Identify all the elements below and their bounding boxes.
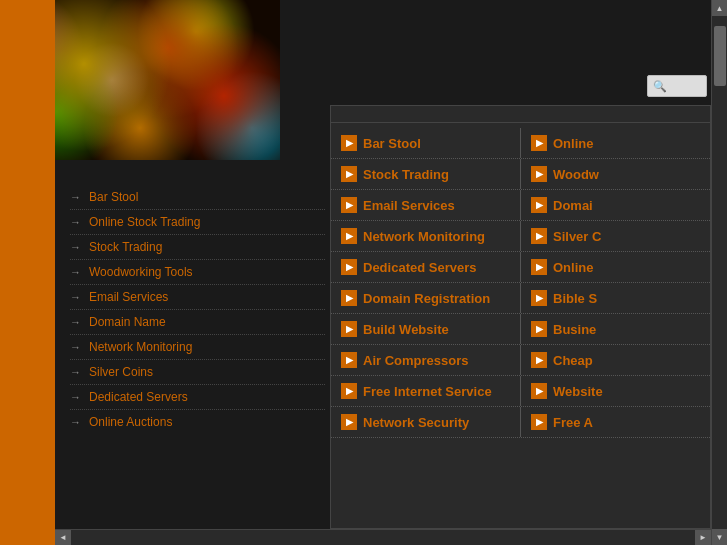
cell-arrow-icon: ▶ <box>531 166 547 182</box>
panel-cell-right-8[interactable]: ▶Website <box>521 376 710 406</box>
panel-cell-left-1[interactable]: ▶Stock Trading <box>331 159 521 189</box>
arrow-icon: → <box>70 266 81 278</box>
left-search-item-silver-coins[interactable]: →Silver Coins <box>70 360 325 385</box>
cell-arrow-icon: ▶ <box>341 135 357 151</box>
panel-cell-left-6[interactable]: ▶Build Website <box>331 314 521 344</box>
arrow-icon: → <box>70 191 81 203</box>
panel-cell-right-4[interactable]: ▶Online <box>521 252 710 282</box>
panel-cell-left-5[interactable]: ▶Domain Registration <box>331 283 521 313</box>
bottom-scrollbar: ◄ ► <box>55 529 711 545</box>
cell-arrow-icon: ▶ <box>341 259 357 275</box>
panel-cell-right-7[interactable]: ▶Cheap <box>521 345 710 375</box>
panel-cell-right-6[interactable]: ▶Busine <box>521 314 710 344</box>
left-search-item-dedicated-servers[interactable]: →Dedicated Servers <box>70 385 325 410</box>
cell-arrow-icon: ▶ <box>531 228 547 244</box>
cell-arrow-icon: ▶ <box>341 166 357 182</box>
panel-cell-left-2[interactable]: ▶Email Services <box>331 190 521 220</box>
left-items-list: →Bar Stool→Online Stock Trading→Stock Tr… <box>70 185 325 434</box>
left-search-item-email-services[interactable]: →Email Services <box>70 285 325 310</box>
panel-row-4: ▶Dedicated Servers▶Online <box>331 252 710 283</box>
item-label: Online Stock Trading <box>89 215 200 229</box>
panel-cell-left-9[interactable]: ▶Network Security <box>331 407 521 437</box>
left-search-item-online-stock-trading[interactable]: →Online Stock Trading <box>70 210 325 235</box>
panel-row-6: ▶Build Website▶Busine <box>331 314 710 345</box>
cell-label: Network Security <box>363 415 469 430</box>
scroll-up-arrow[interactable]: ▲ <box>712 0 728 16</box>
scroll-down-arrow[interactable]: ▼ <box>712 529 728 545</box>
panel-row-7: ▶Air Compressors▶Cheap <box>331 345 710 376</box>
left-search-item-stock-trading[interactable]: →Stock Trading <box>70 235 325 260</box>
cell-arrow-icon: ▶ <box>531 135 547 151</box>
cell-arrow-icon: ▶ <box>531 414 547 430</box>
cell-arrow-icon: ▶ <box>531 197 547 213</box>
scrollbar-thumb[interactable] <box>714 26 726 86</box>
panel-cell-right-2[interactable]: ▶Domai <box>521 190 710 220</box>
item-label: Stock Trading <box>89 240 162 254</box>
cell-label: Busine <box>553 322 596 337</box>
cell-arrow-icon: ▶ <box>341 197 357 213</box>
cell-label: Online <box>553 136 593 151</box>
panel-row-1: ▶Stock Trading▶Woodw <box>331 159 710 190</box>
cell-arrow-icon: ▶ <box>531 383 547 399</box>
panel-cell-right-3[interactable]: ▶Silver C <box>521 221 710 251</box>
right-panel-header <box>331 106 710 123</box>
left-search-item-woodworking-tools[interactable]: →Woodworking Tools <box>70 260 325 285</box>
panel-cell-left-3[interactable]: ▶Network Monitoring <box>331 221 521 251</box>
cell-label: Silver C <box>553 229 601 244</box>
arrow-icon: → <box>70 391 81 403</box>
panel-row-3: ▶Network Monitoring▶Silver C <box>331 221 710 252</box>
cell-arrow-icon: ▶ <box>341 321 357 337</box>
cell-label: Online <box>553 260 593 275</box>
arrow-icon: → <box>70 341 81 353</box>
scroll-right-arrow[interactable]: ► <box>695 530 711 546</box>
item-label: Woodworking Tools <box>89 265 193 279</box>
cell-label: Domai <box>553 198 593 213</box>
cell-label: Stock Trading <box>363 167 449 182</box>
panel-row-8: ▶Free Internet Service▶Website <box>331 376 710 407</box>
scrollbar-track[interactable] <box>713 16 727 529</box>
cell-label: Bar Stool <box>363 136 421 151</box>
left-search-item-bar-stool[interactable]: →Bar Stool <box>70 185 325 210</box>
search-icon: 🔍 <box>653 80 667 93</box>
cell-label: Website <box>553 384 603 399</box>
cell-label: Bible S <box>553 291 597 306</box>
panel-cell-left-4[interactable]: ▶Dedicated Servers <box>331 252 521 282</box>
panel-cell-left-8[interactable]: ▶Free Internet Service <box>331 376 521 406</box>
left-search-item-domain-name[interactable]: →Domain Name <box>70 310 325 335</box>
scroll-left-arrow[interactable]: ◄ <box>55 530 71 546</box>
panel-cell-right-1[interactable]: ▶Woodw <box>521 159 710 189</box>
cell-label: Woodw <box>553 167 599 182</box>
arrow-icon: → <box>70 416 81 428</box>
cell-label: Network Monitoring <box>363 229 485 244</box>
item-label: Network Monitoring <box>89 340 192 354</box>
panel-cell-right-0[interactable]: ▶Online <box>521 128 710 158</box>
cell-arrow-icon: ▶ <box>531 259 547 275</box>
left-panel: →Bar Stool→Online Stock Trading→Stock Tr… <box>55 165 340 529</box>
arrow-icon: → <box>70 241 81 253</box>
orange-sidebar-strip <box>0 0 55 545</box>
panel-cell-right-9[interactable]: ▶Free A <box>521 407 710 437</box>
bottom-scrollbar-track[interactable] <box>71 531 695 545</box>
left-search-item-online-auctions[interactable]: →Online Auctions <box>70 410 325 434</box>
panel-cell-left-0[interactable]: ▶Bar Stool <box>331 128 521 158</box>
right-panel-content: ▶Bar Stool▶Online▶Stock Trading▶Woodw▶Em… <box>331 123 710 443</box>
cell-arrow-icon: ▶ <box>341 383 357 399</box>
cell-arrow-icon: ▶ <box>341 290 357 306</box>
panel-cell-right-5[interactable]: ▶Bible S <box>521 283 710 313</box>
cell-arrow-icon: ▶ <box>531 321 547 337</box>
panel-cell-left-7[interactable]: ▶Air Compressors <box>331 345 521 375</box>
cell-arrow-icon: ▶ <box>341 414 357 430</box>
left-search-item-network-monitoring[interactable]: →Network Monitoring <box>70 335 325 360</box>
search-box[interactable]: 🔍 <box>647 75 707 97</box>
cell-arrow-icon: ▶ <box>531 290 547 306</box>
item-label: Online Auctions <box>89 415 172 429</box>
right-panel: ▶Bar Stool▶Online▶Stock Trading▶Woodw▶Em… <box>330 105 711 529</box>
arrow-icon: → <box>70 291 81 303</box>
cell-label: Dedicated Servers <box>363 260 476 275</box>
item-label: Email Services <box>89 290 168 304</box>
right-scrollbar: ▲ ▼ <box>711 0 727 545</box>
cell-label: Free Internet Service <box>363 384 492 399</box>
cell-label: Air Compressors <box>363 353 468 368</box>
cell-label: Build Website <box>363 322 449 337</box>
arrow-icon: → <box>70 366 81 378</box>
